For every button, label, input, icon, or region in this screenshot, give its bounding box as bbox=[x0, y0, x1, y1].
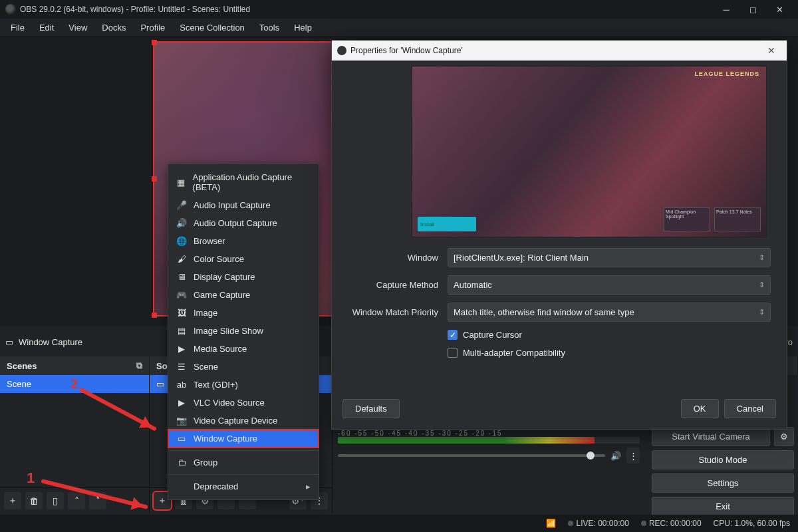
ctx-scene[interactable]: ☰Scene bbox=[168, 358, 319, 376]
window-select[interactable]: [RiotClientUx.exe]: Riot Client Main ⇕ bbox=[448, 248, 771, 267]
menu-help[interactable]: Help bbox=[287, 20, 319, 35]
scene-filters-button[interactable]: ▯ bbox=[47, 492, 64, 509]
settings-button[interactable]: Settings bbox=[652, 473, 794, 493]
live-indicator-icon bbox=[568, 521, 573, 526]
preview-thumbnail: Patch 13.7 Notes bbox=[714, 207, 761, 231]
mic-icon: 🎤 bbox=[176, 200, 187, 210]
start-virtual-camera-button[interactable]: Start Virtual Camera bbox=[652, 427, 770, 446]
menu-scene-collection[interactable]: Scene Collection bbox=[173, 20, 251, 35]
resize-handle-icon[interactable] bbox=[152, 313, 157, 318]
separator bbox=[168, 474, 319, 475]
status-bar: 📶 LIVE: 00:00:00 REC: 00:00:00 CPU: 1.0%… bbox=[0, 515, 798, 532]
cancel-button[interactable]: Cancel bbox=[724, 399, 776, 418]
exit-button[interactable]: Exit bbox=[652, 497, 794, 516]
scene-icon: ☰ bbox=[176, 362, 187, 372]
menu-view[interactable]: View bbox=[62, 20, 94, 35]
ctx-game-capture[interactable]: 🎮Game Capture bbox=[168, 286, 319, 304]
status-rec: REC: 00:00:00 bbox=[649, 519, 702, 528]
ctx-color-source[interactable]: 🖌Color Source bbox=[168, 250, 319, 268]
capture-method-label: Capture Method bbox=[348, 280, 448, 290]
menu-profile[interactable]: Profile bbox=[134, 20, 172, 35]
ctx-text-gdi[interactable]: abText (GDI+) bbox=[168, 376, 319, 394]
controls-panel: Start Virtual Camera ⚙ Studio Mode Setti… bbox=[648, 423, 798, 513]
volume-slider[interactable] bbox=[338, 454, 605, 457]
chevron-updown-icon: ⇕ bbox=[759, 253, 765, 262]
menu-file[interactable]: File bbox=[4, 20, 31, 35]
speaker-icon: 🔊 bbox=[176, 218, 187, 228]
ctx-video-capture-device[interactable]: 📷Video Capture Device bbox=[168, 412, 319, 430]
dialog-form: Window [RiotClientUx.exe]: Riot Client M… bbox=[332, 243, 787, 358]
resize-handle-icon[interactable] bbox=[152, 176, 157, 182]
preview-brand-text: LEAGUE LEGENDS bbox=[694, 70, 759, 77]
capture-cursor-checkbox[interactable]: ✓ Capture Cursor bbox=[448, 330, 771, 340]
image-icon: 🖼 bbox=[176, 308, 187, 318]
remove-scene-button[interactable]: 🗑 bbox=[25, 492, 43, 509]
dialog-title: Properties for 'Window Capture' bbox=[350, 46, 761, 55]
obs-logo-icon bbox=[5, 4, 16, 15]
gamepad-icon: 🎮 bbox=[176, 290, 187, 300]
properties-dialog: Properties for 'Window Capture' ✕ LEAGUE… bbox=[331, 40, 787, 430]
ctx-browser[interactable]: 🌐Browser bbox=[168, 232, 319, 250]
add-source-context-menu: ▦Application Audio Capture (BETA) 🎤Audio… bbox=[168, 164, 319, 500]
window-icon: ▭ bbox=[156, 379, 164, 389]
selected-source-name: Window Capture bbox=[19, 337, 82, 347]
menu-edit[interactable]: Edit bbox=[33, 20, 61, 35]
dialog-preview: LEAGUE LEGENDS Install Mid Champion Spot… bbox=[412, 66, 767, 237]
ctx-display-capture[interactable]: 🖥Display Capture bbox=[168, 268, 319, 286]
defaults-button[interactable]: Defaults bbox=[342, 399, 400, 418]
camera-icon: 📷 bbox=[176, 416, 187, 426]
preview-thumbnail: Mid Champion Spotlight bbox=[664, 207, 710, 231]
text-icon: ab bbox=[176, 380, 187, 390]
ctx-deprecated-submenu[interactable]: Deprecated bbox=[168, 477, 319, 495]
separator bbox=[168, 450, 319, 451]
chevron-updown-icon: ⇕ bbox=[759, 308, 765, 317]
app-audio-icon: ▦ bbox=[176, 178, 186, 188]
play-icon: ▶ bbox=[176, 344, 187, 354]
audio-scale: -60 -55 -50 -45 -40 -35 -30 -25 -20 -15 bbox=[338, 430, 640, 437]
move-scene-up-button[interactable]: ˄ bbox=[68, 492, 85, 509]
maximize-button[interactable]: ◻ bbox=[739, 0, 766, 19]
slideshow-icon: ▤ bbox=[176, 326, 187, 336]
obs-logo-icon bbox=[337, 46, 346, 55]
scenes-dock-header[interactable]: Scenes ⧉ bbox=[0, 356, 150, 375]
speaker-icon[interactable]: 🔊 bbox=[610, 451, 621, 461]
window-match-priority-label: Window Match Priority bbox=[348, 307, 448, 317]
scenes-panel: Scene ＋ 🗑 ▯ ˄ ˅ bbox=[0, 375, 150, 513]
play-icon: ▶ bbox=[176, 398, 187, 408]
audio-meter bbox=[338, 437, 640, 444]
multi-adapter-checkbox[interactable]: Multi-adapter Compatibility bbox=[448, 348, 771, 358]
window-title: OBS 29.0.2 (64-bit, windows) - Profile: … bbox=[20, 5, 713, 14]
preview-install-button: Install bbox=[418, 217, 476, 231]
status-live: LIVE: 00:00:00 bbox=[576, 519, 628, 528]
ctx-image-slideshow[interactable]: ▤Image Slide Show bbox=[168, 322, 319, 340]
resize-handle-icon[interactable] bbox=[152, 40, 157, 45]
close-button[interactable]: ✕ bbox=[766, 0, 793, 19]
ok-button[interactable]: OK bbox=[681, 399, 719, 418]
ctx-app-audio-capture[interactable]: ▦Application Audio Capture (BETA) bbox=[168, 168, 319, 196]
ctx-audio-input-capture[interactable]: 🎤Audio Input Capture bbox=[168, 196, 319, 214]
checkbox-checked-icon: ✓ bbox=[448, 330, 458, 340]
chevron-updown-icon: ⇕ bbox=[759, 281, 765, 289]
window-match-priority-select[interactable]: Match title, otherwise find window of sa… bbox=[448, 303, 771, 322]
ctx-vlc-source[interactable]: ▶VLC Video Source bbox=[168, 394, 319, 412]
minimize-button[interactable]: ─ bbox=[713, 0, 739, 19]
window-field-label: Window bbox=[348, 253, 448, 263]
menu-docks[interactable]: Docks bbox=[95, 20, 132, 35]
ctx-media-source[interactable]: ▶Media Source bbox=[168, 340, 319, 358]
add-scene-button[interactable]: ＋ bbox=[4, 492, 21, 509]
virtual-camera-settings-button[interactable]: ⚙ bbox=[774, 427, 794, 446]
scene-item[interactable]: Scene bbox=[0, 375, 149, 393]
ctx-window-capture[interactable]: ▭Window Capture bbox=[168, 430, 319, 448]
menu-tools[interactable]: Tools bbox=[253, 20, 286, 35]
ctx-audio-output-capture[interactable]: 🔊Audio Output Capture bbox=[168, 214, 319, 232]
capture-method-select[interactable]: Automatic ⇕ bbox=[448, 275, 771, 295]
ctx-group[interactable]: 🗀Group bbox=[168, 454, 319, 471]
monitor-icon: 🖥 bbox=[176, 272, 187, 282]
dialog-close-button[interactable]: ✕ bbox=[761, 45, 781, 56]
ctx-image[interactable]: 🖼Image bbox=[168, 304, 319, 322]
dialog-titlebar[interactable]: Properties for 'Window Capture' ✕ bbox=[332, 41, 787, 61]
menu-bar: File Edit View Docks Profile Scene Colle… bbox=[0, 19, 798, 37]
popout-icon[interactable]: ⧉ bbox=[136, 360, 142, 371]
studio-mode-button[interactable]: Studio Mode bbox=[652, 450, 794, 469]
audio-track-menu-button[interactable]: ⋮ bbox=[626, 448, 640, 464]
